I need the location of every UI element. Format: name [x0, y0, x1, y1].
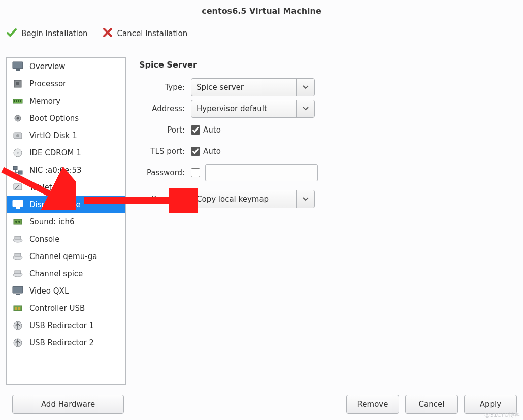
sidebar-item-label: Memory: [29, 96, 60, 106]
svg-rect-20: [14, 219, 22, 224]
sidebar-item-label: Tablet: [29, 183, 52, 192]
gear-icon: [11, 113, 24, 124]
cancel-installation-button[interactable]: Cancel Installation: [102, 27, 188, 40]
sidebar-item-label: IDE CDROM 1: [29, 148, 81, 157]
usb-icon: [11, 320, 24, 331]
port-auto-label: Auto: [203, 125, 221, 135]
dropdown-button[interactable]: [296, 100, 314, 117]
tablet-icon: [11, 182, 24, 193]
sidebar-item-label: Display Spice: [29, 200, 81, 209]
sidebar-item-label: USB Redirector 2: [29, 338, 94, 347]
video-icon: [11, 285, 24, 297]
svg-rect-26: [15, 253, 21, 256]
cd-icon: [11, 147, 24, 158]
svg-rect-3: [16, 82, 19, 85]
sidebar-item-usb-redirector-2[interactable]: USB Redirector 2: [7, 334, 125, 351]
sidebar-item-virtio-disk[interactable]: VirtIO Disk 1: [7, 127, 125, 144]
channel-icon: [11, 268, 24, 279]
sidebar-item-label: Processor: [29, 79, 66, 88]
sidebar-item-ide-cdrom[interactable]: IDE CDROM 1: [7, 144, 125, 161]
keymap-label: Keymap:: [139, 195, 185, 204]
sidebar-item-label: Overview: [29, 62, 66, 71]
svg-point-14: [17, 152, 19, 154]
tlsport-auto-checkbox[interactable]: [191, 147, 200, 156]
check-icon: [6, 27, 17, 40]
port-label: Port:: [139, 125, 185, 135]
channel-icon: [11, 251, 24, 262]
svg-rect-15: [13, 166, 17, 170]
sidebar-item-channel-spice[interactable]: Channel spice: [7, 265, 125, 282]
svg-rect-18: [13, 200, 23, 207]
sidebar-item-overview[interactable]: Overview: [7, 58, 125, 75]
toolbar-label: Begin Installation: [21, 29, 88, 38]
sidebar-item-boot-options[interactable]: Boot Options: [7, 110, 125, 127]
type-value: Spice server: [191, 79, 296, 96]
cancel-button[interactable]: Cancel: [405, 395, 458, 414]
svg-point-12: [16, 134, 19, 137]
sidebar-item-video-qxl[interactable]: Video QXL: [7, 282, 125, 300]
display-icon: [11, 199, 24, 210]
sidebar-item-label: Console: [29, 235, 60, 244]
password-input[interactable]: [205, 164, 318, 181]
network-icon: [11, 165, 24, 176]
sidebar-item-label: Channel spice: [29, 269, 83, 278]
sidebar-item-label: Controller USB: [29, 304, 85, 313]
sidebar-item-label: Video QXL: [29, 286, 69, 296]
address-select[interactable]: Hypervisor default: [191, 100, 315, 118]
type-label: Type:: [139, 83, 185, 92]
svg-point-22: [18, 221, 20, 223]
keymap-select[interactable]: Copy local keymap: [191, 190, 315, 208]
svg-point-21: [15, 221, 17, 223]
sidebar-item-nic[interactable]: NIC :a0:0e:53: [7, 161, 125, 179]
sidebar-item-label: NIC :a0:0e:53: [29, 166, 82, 175]
sidebar-item-memory[interactable]: Memory: [7, 92, 125, 110]
svg-rect-16: [18, 171, 22, 174]
usb-icon: [11, 337, 24, 348]
sidebar-item-label: Boot Options: [29, 114, 79, 123]
sidebar-item-label: Sound: ich6: [29, 217, 75, 227]
add-hardware-button[interactable]: Add Hardware: [12, 395, 124, 414]
dropdown-button[interactable]: [296, 79, 314, 96]
svg-rect-5: [14, 100, 15, 102]
address-value: Hypervisor default: [191, 100, 296, 117]
x-icon: [102, 27, 113, 40]
toolbar-label: Cancel Installation: [117, 29, 188, 38]
svg-rect-30: [16, 294, 20, 295]
keymap-value: Copy local keymap: [191, 190, 296, 208]
svg-rect-7: [18, 100, 19, 102]
sidebar-item-sound[interactable]: Sound: ich6: [7, 213, 125, 231]
svg-rect-19: [16, 207, 20, 209]
svg-rect-28: [15, 271, 21, 274]
monitor-icon: [11, 61, 24, 72]
svg-point-10: [17, 117, 19, 120]
sidebar-item-tablet[interactable]: Tablet: [7, 179, 125, 196]
sidebar-item-controller-usb[interactable]: Controller USB: [7, 300, 125, 317]
svg-rect-32: [15, 307, 17, 310]
svg-rect-33: [18, 307, 20, 310]
sidebar-item-console[interactable]: Console: [7, 231, 125, 248]
dropdown-button[interactable]: [296, 190, 314, 208]
sidebar-item-usb-redirector-1[interactable]: USB Redirector 1: [7, 317, 125, 334]
disk-icon: [11, 130, 24, 141]
address-label: Address:: [139, 104, 185, 113]
sidebar-item-processor[interactable]: Processor: [7, 75, 125, 92]
password-checkbox[interactable]: [191, 168, 200, 177]
svg-rect-8: [20, 100, 21, 102]
begin-installation-button[interactable]: Begin Installation: [6, 27, 88, 40]
sidebar-item-label: USB Redirector 1: [29, 321, 94, 330]
password-label: Password:: [139, 168, 185, 177]
tlsport-auto-label: Auto: [203, 147, 221, 156]
svg-rect-6: [16, 100, 17, 102]
cpu-icon: [11, 78, 24, 89]
type-select[interactable]: Spice server: [191, 78, 315, 96]
panel-title: Spice Server: [139, 60, 512, 70]
toolbar: Begin Installation Cancel Installation: [0, 25, 523, 51]
console-icon: [11, 234, 24, 245]
sidebar-item-display-spice[interactable]: Display Spice: [7, 196, 125, 213]
window-title: centos6.5 Virtual Machine: [0, 0, 523, 25]
sidebar-item-channel-qemu-ga[interactable]: Channel qemu-ga: [7, 248, 125, 265]
port-auto-checkbox[interactable]: [191, 125, 200, 135]
remove-button[interactable]: Remove: [346, 395, 399, 414]
svg-rect-29: [13, 286, 23, 293]
svg-rect-0: [13, 62, 23, 69]
